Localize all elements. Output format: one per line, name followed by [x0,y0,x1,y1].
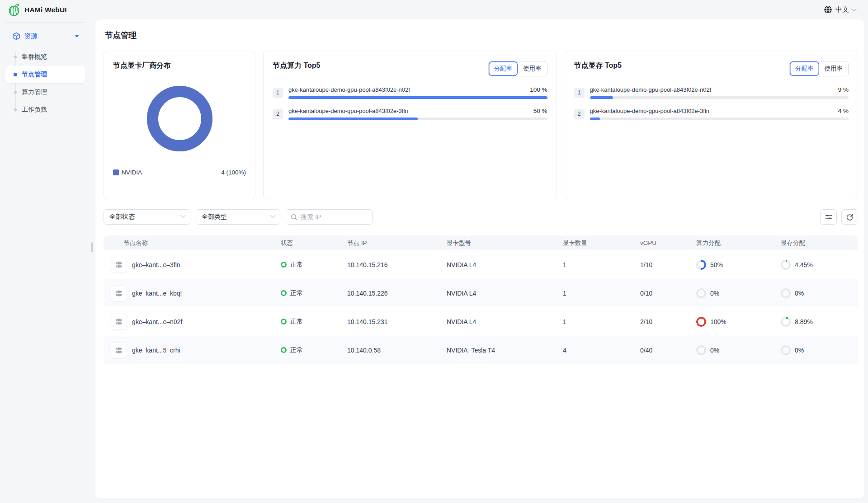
legend-value: 4 (100%) [221,169,246,176]
vgpu-value: 0/10 [640,290,696,297]
legend-label: NVIDIA [122,169,142,176]
node-ip: 10.140.15.231 [347,318,447,325]
rank-badge: 1 [574,88,585,98]
chevron-down-icon [270,213,275,218]
sidebar-divider [5,22,85,23]
toggle-allocation-rate[interactable]: 分配率 [790,61,819,76]
topbar: 中文 [95,0,868,19]
sidebar-group-resources[interactable]: 资源 [0,29,95,43]
sidebar-item-workloads[interactable]: 工作负载 [5,101,85,118]
progress-track [288,96,547,99]
gpu-count: 1 [563,318,640,325]
type-filter-select[interactable]: 全部类型 [196,209,280,225]
status-label: 正常 [290,318,303,326]
memory-allocation-value: 8.89% [795,318,813,325]
node-name: gke-kantaloupe-demo-gpu-pool-a843f02e-3f… [288,108,408,114]
compute-allocation-value: 100% [710,318,726,325]
sidebar-resize-handle[interactable] [91,242,93,252]
vgpu-value: 1/10 [640,261,696,268]
sidebar-item-node-management[interactable]: 节点管理 [5,66,85,83]
sidebar-group-label: 资源 [24,32,38,41]
rank-badge: 2 [273,109,283,119]
timeline-dot [14,56,17,58]
legend-swatch [113,169,119,175]
toggle-usage-rate[interactable]: 使用率 [518,61,547,76]
status-ok-icon [281,347,287,353]
memory-allocation-ring [781,317,791,327]
gpu-model: NVIDIA L4 [447,318,563,325]
percent-value: 4 % [838,108,849,114]
search-input[interactable] [301,213,359,221]
memory-allocation-value: 4.45% [795,261,813,268]
rank-badge: 2 [574,109,585,119]
column-settings-button[interactable] [820,209,837,225]
vendor-donut-chart [113,86,246,151]
page-title: 节点管理 [105,30,858,41]
table-row[interactable]: gke–kant...e–kbql 正常 10.140.15.226 NVIDI… [104,279,858,307]
sidebar-submenu: 集群概览 节点管理 算力管理 工作负载 [0,48,95,118]
memory-top5-list: 1 gke-kantaloupe-demo-gpu-pool-a843f02e-… [574,86,849,120]
progress-fill [288,96,547,99]
compute-allocation-ring [696,288,706,298]
col-header-status: 状态 [281,239,347,247]
gpu-count: 1 [563,290,640,297]
language-label: 中文 [835,5,849,14]
app: HAMi WebUI 资源 集群概览 节点管理 [0,0,868,503]
progress-fill [590,118,600,120]
timeline-dot [14,91,17,94]
node-name: gke–kant...e–kbql [132,290,182,297]
sidebar-item-cluster-overview[interactable]: 集群概览 [5,48,85,66]
card-node-compute-top5: 节点算力 Top5 分配率 使用率 1 gke-kantaloupe-demo-… [263,51,557,199]
compute-allocation-ring [696,317,706,327]
memory-allocation-value: 0% [795,347,804,354]
compute-allocation-value: 0% [710,347,719,354]
memory-rate-toggle: 分配率 使用率 [789,61,849,76]
refresh-button[interactable] [841,209,858,225]
gpu-model: NVIDIA–Tesla T4 [447,347,563,354]
toggle-allocation-rate[interactable]: 分配率 [489,61,518,76]
status-ok-icon [281,262,287,268]
col-header-memory-allocation: 显存分配 [781,239,858,247]
list-item: 2 gke-kantaloupe-demo-gpu-pool-a843f02e-… [273,108,547,120]
progress-fill [288,118,418,120]
list-item: 2 gke-kantaloupe-demo-gpu-pool-a843f02e-… [574,108,849,120]
progress-track [288,118,547,120]
table-row[interactable]: gke–kant...e–n02f 正常 10.140.15.231 NVIDI… [104,307,858,336]
col-header-vgpu: vGPU [640,240,696,246]
table-row[interactable]: gke–kant...e–3fln 正常 10.140.15.216 NVIDI… [104,250,858,279]
gpu-count: 4 [563,347,640,354]
vgpu-value: 0/40 [640,347,696,354]
sidebar-item-label: 工作负载 [22,106,47,114]
percent-value: 100 % [530,86,547,93]
main-panel: 节点管理 节点显卡厂商分布 NVIDIA 4 (100%) [95,19,864,498]
vgpu-value: 2/10 [640,318,696,325]
percent-value: 50 % [533,108,547,114]
col-header-node-name: 节点名称 [104,239,281,247]
language-selector[interactable]: 中文 [824,5,856,14]
node-ip: 10.140.0.58 [347,347,447,354]
sidebar-item-compute-management[interactable]: 算力管理 [5,83,85,101]
donut-ring [147,86,212,151]
status-label: 正常 [290,346,303,354]
status-filter-select[interactable]: 全部状态 [104,209,190,225]
progress-track [590,96,849,99]
select-value: 全部状态 [109,213,135,221]
node-icon [111,285,127,301]
table-row[interactable]: gke–kant...5–crhi 正常 10.140.0.58 NVIDIA–… [104,336,858,364]
card-gpu-vendor-distribution: 节点显卡厂商分布 NVIDIA 4 (100%) [104,51,255,199]
chevron-down-icon [180,213,185,218]
col-header-gpu-model: 显卡型号 [447,239,563,247]
sidebar-item-label: 集群概览 [22,53,47,61]
card-title: 节点显存 Top5 [574,61,622,71]
compute-rate-toggle: 分配率 使用率 [488,61,547,76]
compute-allocation-ring [696,260,706,270]
card-title: 节点算力 Top5 [273,61,320,71]
gpu-model: NVIDIA L4 [447,290,563,297]
node-name: gke-kantaloupe-demo-gpu-pool-a843f02e-n0… [590,86,712,93]
toggle-usage-rate[interactable]: 使用率 [819,61,849,76]
hami-melon-logo-icon [8,3,21,17]
card-title: 节点显卡厂商分布 [113,61,246,71]
chevron-down-icon [851,6,856,11]
cube-icon [12,32,20,40]
list-item: 1 gke-kantaloupe-demo-gpu-pool-a843f02e-… [273,86,547,99]
